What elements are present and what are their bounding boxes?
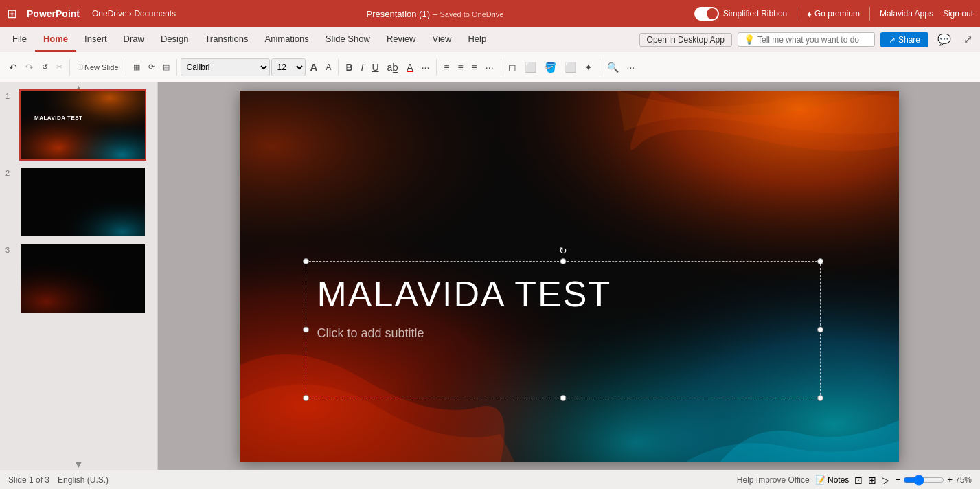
menu-home[interactable]: Home [35, 27, 76, 52]
slide-item-2[interactable]: 2 [0, 163, 157, 240]
font-size-select[interactable]: 12 [271, 58, 306, 76]
breadcrumb: OneDrive › Documents [92, 9, 176, 19]
tell-me-input[interactable] [757, 35, 867, 45]
font-color-button[interactable]: A [403, 59, 416, 76]
slide-title-textbox[interactable]: ↻ MALAVIDA TEST Click to add subtitle [306, 261, 821, 398]
grow-font-button[interactable]: A [307, 58, 321, 76]
scroll-down[interactable]: ▼ [74, 459, 84, 470]
numbering-button[interactable]: ≡ [455, 59, 467, 76]
right-links: Malavida Apps Sign out [880, 9, 973, 19]
redo-button[interactable]: ↷ [22, 59, 37, 76]
documents-link[interactable]: Documents [134, 9, 176, 19]
menu-help[interactable]: Help [459, 27, 494, 52]
normal-view-button[interactable]: ⊡ [854, 475, 863, 486]
menu-bar: File Home Insert Draw Design Transitions… [0, 27, 980, 52]
bullets-button[interactable]: ≡ [440, 59, 453, 76]
new-slide-label: New Slide [84, 63, 119, 71]
undo-button[interactable]: ↶ [5, 59, 21, 76]
onedrive-link[interactable]: OneDrive [92, 9, 127, 19]
toolbar-sep-4 [338, 59, 339, 76]
handle-br[interactable] [817, 395, 823, 401]
notes-button[interactable]: 📝 Notes [815, 475, 850, 485]
zoom-slider[interactable] [903, 475, 944, 486]
arrange-button[interactable]: ⬜ [521, 59, 540, 76]
menu-animations[interactable]: Animations [257, 27, 317, 52]
svg-rect-5 [21, 168, 146, 238]
simplified-ribbon-toggle[interactable] [694, 7, 719, 21]
find-button[interactable]: 🔍 [604, 59, 622, 76]
menu-design[interactable]: Design [152, 27, 196, 52]
slide-subtitle-text[interactable]: Click to add subtitle [306, 326, 820, 341]
fill-button[interactable]: 🪣 [541, 59, 560, 76]
slide-canvas-area[interactable]: ↻ MALAVIDA TEST Click to add subtitle [158, 82, 980, 470]
indent-button[interactable]: ≡ [468, 59, 481, 76]
handle-bl[interactable] [303, 395, 309, 401]
cut-button[interactable]: ✂ [53, 60, 66, 74]
slide-sorter-button[interactable]: ⊞ [868, 475, 876, 486]
svg-rect-7 [21, 244, 146, 315]
font-family-select[interactable]: Calibri [181, 58, 270, 76]
layout-button[interactable]: ▦ [130, 60, 144, 74]
rotate-handle[interactable]: ↻ [559, 245, 567, 256]
handle-tl[interactable] [303, 258, 309, 264]
outline-button[interactable]: ⬜ [561, 59, 580, 76]
simplified-ribbon-toggle-area: Simplified Ribbon [694, 7, 787, 21]
italic-button[interactable]: I [358, 59, 367, 76]
menu-review[interactable]: Review [378, 27, 424, 52]
share-icon: ↗ [889, 35, 896, 45]
menu-insert[interactable]: Insert [76, 27, 115, 52]
share-button[interactable]: ↗ Share [880, 32, 928, 47]
underline-button[interactable]: U [368, 59, 382, 76]
help-improve[interactable]: Help Improve Office [737, 475, 810, 485]
malavida-apps-link[interactable]: Malavida Apps [880, 9, 933, 19]
diamond-icon: ♦ [807, 9, 812, 19]
shapes-button[interactable]: ◻ [505, 59, 520, 76]
more-para-button[interactable]: ··· [482, 59, 497, 76]
menu-slideshow[interactable]: Slide Show [317, 27, 378, 52]
toolbar-sep-2 [126, 59, 126, 76]
handle-mr[interactable] [817, 327, 823, 333]
slide-item-3[interactable]: 3 [0, 240, 157, 317]
effects-button[interactable]: ✦ [581, 59, 596, 76]
reset-layout-button[interactable]: ⟳ [145, 60, 158, 74]
new-slide-button[interactable]: ⊞ New Slide [73, 60, 122, 74]
zoom-label[interactable]: 75% [955, 475, 972, 485]
slide-item-1[interactable]: 1 [0, 87, 157, 163]
menu-file[interactable]: File [4, 27, 35, 52]
tell-me-box[interactable]: 💡 [738, 32, 875, 47]
bold-button[interactable]: B [342, 59, 356, 76]
handle-tm[interactable] [560, 258, 566, 264]
zoom-out-button[interactable]: − [895, 475, 900, 485]
menu-view[interactable]: View [424, 27, 460, 52]
comment-button[interactable]: 💬 [934, 31, 955, 48]
handle-bm[interactable] [560, 395, 566, 401]
sign-out-link[interactable]: Sign out [943, 9, 973, 19]
zoom-in-button[interactable]: + [947, 475, 953, 485]
language: English (U.S.) [58, 475, 109, 485]
toolbar-sep-3 [176, 59, 177, 76]
more-text-button[interactable]: ··· [418, 59, 433, 76]
reading-view-button[interactable]: ▷ [882, 475, 889, 486]
waffle-icon[interactable]: ⊞ [7, 6, 17, 21]
handle-tr[interactable] [817, 258, 823, 264]
handle-ml[interactable] [303, 327, 309, 333]
section-button[interactable]: ▤ [159, 60, 173, 74]
slide-thumb-2[interactable] [19, 166, 146, 238]
slide-thumb-1[interactable]: MALAVIDA TEST [19, 89, 146, 161]
slide-title-text[interactable]: MALAVIDA TEST [306, 262, 820, 326]
slide-number-1: 1 [5, 92, 15, 100]
slide-thumb-3[interactable] [19, 243, 146, 315]
highlight-button[interactable]: ab̲ [384, 59, 402, 76]
simplified-ribbon-label: Simplified Ribbon [723, 9, 787, 19]
reset-button[interactable]: ↺ [38, 60, 52, 74]
premium-button[interactable]: ♦ Go premium [807, 9, 860, 19]
menu-transitions[interactable]: Transitions [196, 27, 256, 52]
menu-draw[interactable]: Draw [115, 27, 152, 52]
status-bar: Slide 1 of 3 English (U.S.) Help Improve… [0, 470, 980, 489]
open-desktop-button[interactable]: Open in Desktop App [639, 33, 732, 47]
expand-button[interactable]: ⤢ [960, 31, 976, 48]
slide-canvas[interactable]: ↻ MALAVIDA TEST Click to add subtitle [240, 91, 899, 462]
new-slide-icon: ⊞ [77, 62, 83, 71]
shrink-font-button[interactable]: A [322, 60, 334, 75]
more-right-button[interactable]: ··· [624, 59, 639, 76]
